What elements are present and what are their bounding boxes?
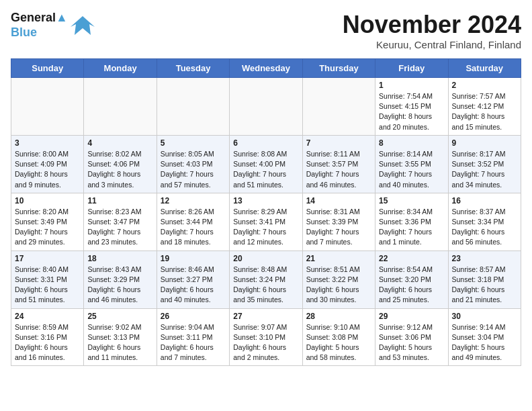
page-header: General▲ Blue November 2024 Keuruu, Cent… [11, 11, 521, 50]
day-number: 26 [161, 312, 226, 321]
day-number: 18 [87, 254, 152, 263]
day-number: 30 [452, 312, 517, 321]
day-info: Sunrise: 9:12 AMSunset: 3:06 PMDaylight:… [379, 322, 444, 363]
calendar-cell: 13Sunrise: 8:29 AMSunset: 3:41 PMDayligh… [230, 193, 302, 250]
day-number: 27 [233, 312, 298, 321]
calendar-week-2: 3Sunrise: 8:00 AMSunset: 4:09 PMDaylight… [11, 135, 521, 193]
day-info: Sunrise: 8:46 AMSunset: 3:27 PMDaylight:… [161, 265, 226, 306]
day-number: 7 [306, 138, 371, 148]
day-info: Sunrise: 9:02 AMSunset: 3:13 PMDaylight:… [87, 322, 152, 363]
calendar-cell: 27Sunrise: 9:07 AMSunset: 3:10 PMDayligh… [230, 308, 302, 366]
day-number: 20 [233, 254, 298, 263]
day-number: 19 [161, 254, 226, 263]
logo: General▲ Blue [11, 11, 95, 40]
weekday-saturday: Saturday [448, 59, 521, 78]
day-number: 29 [379, 312, 444, 321]
calendar-cell: 24Sunrise: 8:59 AMSunset: 3:16 PMDayligh… [11, 308, 84, 366]
weekday-monday: Monday [84, 59, 157, 78]
calendar-week-4: 17Sunrise: 8:40 AMSunset: 3:31 PMDayligh… [11, 250, 521, 308]
day-info: Sunrise: 8:17 AMSunset: 3:52 PMDaylight:… [452, 149, 517, 190]
day-number: 8 [379, 138, 444, 148]
day-info: Sunrise: 8:20 AMSunset: 3:49 PMDaylight:… [15, 207, 80, 248]
calendar-cell: 4Sunrise: 8:02 AMSunset: 4:06 PMDaylight… [84, 135, 157, 193]
day-info: Sunrise: 8:02 AMSunset: 4:06 PMDaylight:… [87, 149, 152, 190]
day-number: 15 [379, 196, 444, 205]
logo-subtext: Blue [11, 26, 68, 40]
calendar-cell: 20Sunrise: 8:48 AMSunset: 3:24 PMDayligh… [230, 250, 302, 308]
day-info: Sunrise: 8:11 AMSunset: 3:57 PMDaylight:… [306, 149, 371, 190]
calendar-cell: 9Sunrise: 8:17 AMSunset: 3:52 PMDaylight… [448, 135, 521, 193]
day-number: 5 [161, 138, 226, 148]
day-number: 13 [233, 196, 298, 205]
day-info: Sunrise: 8:51 AMSunset: 3:22 PMDaylight:… [306, 265, 371, 306]
day-info: Sunrise: 7:54 AMSunset: 4:15 PMDaylight:… [379, 91, 444, 132]
day-number: 22 [379, 254, 444, 263]
calendar-cell: 16Sunrise: 8:37 AMSunset: 3:34 PMDayligh… [448, 193, 521, 250]
day-info: Sunrise: 9:14 AMSunset: 3:04 PMDaylight:… [452, 322, 517, 363]
day-number: 6 [233, 138, 298, 148]
calendar-cell [11, 78, 84, 136]
calendar-cell: 10Sunrise: 8:20 AMSunset: 3:49 PMDayligh… [11, 193, 84, 250]
day-number: 24 [15, 312, 80, 321]
day-info: Sunrise: 8:08 AMSunset: 4:00 PMDaylight:… [233, 149, 298, 190]
day-info: Sunrise: 8:40 AMSunset: 3:31 PMDaylight:… [15, 265, 80, 306]
calendar-cell: 8Sunrise: 8:14 AMSunset: 3:55 PMDaylight… [375, 135, 448, 193]
day-number: 12 [161, 196, 226, 205]
day-info: Sunrise: 8:00 AMSunset: 4:09 PMDaylight:… [15, 149, 80, 190]
day-info: Sunrise: 8:31 AMSunset: 3:39 PMDaylight:… [306, 207, 371, 248]
day-number: 23 [452, 254, 517, 263]
day-info: Sunrise: 8:43 AMSunset: 3:29 PMDaylight:… [87, 265, 152, 306]
calendar-body: 1Sunrise: 7:54 AMSunset: 4:15 PMDaylight… [11, 78, 521, 366]
calendar-cell: 12Sunrise: 8:26 AMSunset: 3:44 PMDayligh… [157, 193, 229, 250]
calendar-cell: 3Sunrise: 8:00 AMSunset: 4:09 PMDaylight… [11, 135, 84, 193]
day-info: Sunrise: 9:07 AMSunset: 3:10 PMDaylight:… [233, 322, 298, 363]
calendar-cell: 17Sunrise: 8:40 AMSunset: 3:31 PMDayligh… [11, 250, 84, 308]
calendar-table: SundayMondayTuesdayWednesdayThursdayFrid… [11, 58, 521, 366]
calendar-cell: 25Sunrise: 9:02 AMSunset: 3:13 PMDayligh… [84, 308, 157, 366]
day-info: Sunrise: 8:26 AMSunset: 3:44 PMDaylight:… [161, 207, 226, 248]
day-number: 28 [306, 312, 371, 321]
calendar-cell: 29Sunrise: 9:12 AMSunset: 3:06 PMDayligh… [375, 308, 448, 366]
day-info: Sunrise: 8:34 AMSunset: 3:36 PMDaylight:… [379, 207, 444, 248]
day-info: Sunrise: 8:57 AMSunset: 3:18 PMDaylight:… [452, 265, 517, 306]
calendar-cell [157, 78, 229, 136]
day-number: 4 [87, 138, 152, 148]
weekday-header-row: SundayMondayTuesdayWednesdayThursdayFrid… [11, 59, 521, 78]
day-number: 9 [452, 138, 517, 148]
day-info: Sunrise: 8:37 AMSunset: 3:34 PMDaylight:… [452, 207, 517, 248]
calendar-week-5: 24Sunrise: 8:59 AMSunset: 3:16 PMDayligh… [11, 308, 521, 366]
day-info: Sunrise: 8:54 AMSunset: 3:20 PMDaylight:… [379, 265, 444, 306]
calendar-cell: 28Sunrise: 9:10 AMSunset: 3:08 PMDayligh… [302, 308, 375, 366]
calendar-cell: 26Sunrise: 9:04 AMSunset: 3:11 PMDayligh… [157, 308, 229, 366]
day-info: Sunrise: 9:04 AMSunset: 3:11 PMDaylight:… [161, 322, 226, 363]
day-number: 2 [452, 81, 517, 90]
day-number: 3 [15, 138, 80, 148]
calendar-cell: 11Sunrise: 8:23 AMSunset: 3:47 PMDayligh… [84, 193, 157, 250]
day-number: 14 [306, 196, 371, 205]
day-info: Sunrise: 9:10 AMSunset: 3:08 PMDaylight:… [306, 322, 371, 363]
calendar-week-3: 10Sunrise: 8:20 AMSunset: 3:49 PMDayligh… [11, 193, 521, 250]
day-number: 21 [306, 254, 371, 263]
calendar-cell: 5Sunrise: 8:05 AMSunset: 4:03 PMDaylight… [157, 135, 229, 193]
calendar-cell: 30Sunrise: 9:14 AMSunset: 3:04 PMDayligh… [448, 308, 521, 366]
day-info: Sunrise: 8:14 AMSunset: 3:55 PMDaylight:… [379, 149, 444, 190]
calendar-cell: 15Sunrise: 8:34 AMSunset: 3:36 PMDayligh… [375, 193, 448, 250]
day-info: Sunrise: 8:23 AMSunset: 3:47 PMDaylight:… [87, 207, 152, 248]
day-info: Sunrise: 8:29 AMSunset: 3:41 PMDaylight:… [233, 207, 298, 248]
calendar-cell: 21Sunrise: 8:51 AMSunset: 3:22 PMDayligh… [302, 250, 375, 308]
weekday-thursday: Thursday [302, 59, 375, 78]
weekday-friday: Friday [375, 59, 448, 78]
logo-text: General▲ [11, 11, 68, 26]
calendar-cell: 2Sunrise: 7:57 AMSunset: 4:12 PMDaylight… [448, 78, 521, 136]
day-info: Sunrise: 8:48 AMSunset: 3:24 PMDaylight:… [233, 265, 298, 306]
calendar-cell [302, 78, 375, 136]
day-info: Sunrise: 7:57 AMSunset: 4:12 PMDaylight:… [452, 91, 517, 132]
day-number: 10 [15, 196, 80, 205]
title-block: November 2024 Keuruu, Central Finland, F… [343, 11, 521, 50]
calendar-cell: 6Sunrise: 8:08 AMSunset: 4:00 PMDaylight… [230, 135, 302, 193]
calendar-cell [84, 78, 157, 136]
calendar-cell: 23Sunrise: 8:57 AMSunset: 3:18 PMDayligh… [448, 250, 521, 308]
calendar-cell: 22Sunrise: 8:54 AMSunset: 3:20 PMDayligh… [375, 250, 448, 308]
calendar-cell: 18Sunrise: 8:43 AMSunset: 3:29 PMDayligh… [84, 250, 157, 308]
day-info: Sunrise: 8:05 AMSunset: 4:03 PMDaylight:… [161, 149, 226, 190]
